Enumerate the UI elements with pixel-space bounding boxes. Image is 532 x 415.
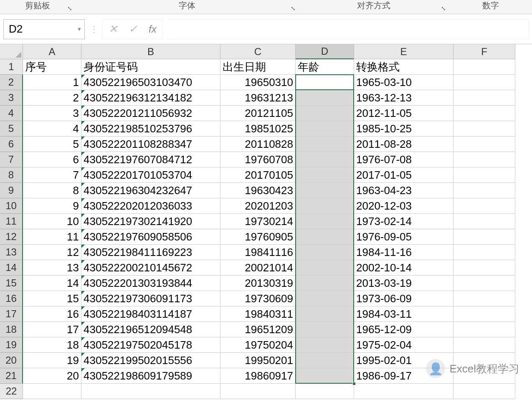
column-header-B[interactable]: B: [81, 44, 220, 59]
select-all-corner[interactable]: [0, 44, 23, 59]
cell-A4[interactable]: 3: [23, 106, 81, 121]
cell-C1[interactable]: 出生日期: [220, 59, 296, 75]
cell-F7[interactable]: [453, 152, 515, 167]
cell-D10[interactable]: [296, 198, 354, 214]
cell-C9[interactable]: 19630423: [220, 183, 296, 198]
cell-A21[interactable]: 20: [23, 368, 81, 384]
cell-row22-2[interactable]: [220, 384, 296, 399]
cell-E5[interactable]: 1985-10-25: [354, 121, 453, 137]
cell-C7[interactable]: 19760708: [220, 152, 296, 167]
cell-A3[interactable]: 2: [23, 90, 81, 106]
cell-A2[interactable]: 1: [23, 75, 81, 90]
cell-B18[interactable]: 430522196512094548: [81, 322, 220, 337]
cell-B8[interactable]: 430522201701053704: [81, 167, 220, 183]
cell-D14[interactable]: [296, 260, 354, 276]
name-box-dropdown-icon[interactable]: ▼: [77, 26, 82, 32]
cell-B9[interactable]: 430522196304232647: [81, 183, 220, 198]
cell-F6[interactable]: [453, 137, 515, 152]
row-header-8[interactable]: 8: [0, 167, 23, 183]
column-header-F[interactable]: F: [453, 44, 515, 59]
cell-B1[interactable]: 身份证号码: [81, 59, 220, 75]
cell-F8[interactable]: [453, 167, 515, 183]
row-header-17[interactable]: 17: [0, 306, 23, 322]
cell-F16[interactable]: [453, 291, 515, 306]
cell-A17[interactable]: 16: [23, 306, 81, 322]
cell-B10[interactable]: 430522202012036033: [81, 198, 220, 214]
cell-B12[interactable]: 430522197609058506: [81, 229, 220, 245]
cell-D21[interactable]: [296, 368, 354, 384]
cell-C20[interactable]: 19950201: [220, 353, 296, 368]
cell-C6[interactable]: 20110828: [220, 137, 296, 152]
column-header-A[interactable]: A: [23, 44, 81, 59]
cell-B13[interactable]: 430522198411169223: [81, 245, 220, 260]
cell-B15[interactable]: 430522201303193844: [81, 276, 220, 291]
row-header-3[interactable]: 3: [0, 90, 23, 106]
row-header-13[interactable]: 13: [0, 245, 23, 260]
cell-E16[interactable]: 1973-06-09: [354, 291, 453, 306]
formula-input[interactable]: [168, 19, 529, 39]
cell-B4[interactable]: 430522201211056932: [81, 106, 220, 121]
cell-F10[interactable]: [453, 198, 515, 214]
row-header-14[interactable]: 14: [0, 260, 23, 276]
cell-F20[interactable]: [453, 353, 515, 368]
cell-D1[interactable]: 年龄: [296, 59, 354, 75]
cell-D2[interactable]: [296, 75, 354, 90]
cell-row22-1[interactable]: [81, 384, 220, 399]
cell-B21[interactable]: 430522198609179589: [81, 368, 220, 384]
cell-C17[interactable]: 19840311: [220, 306, 296, 322]
cancel-formula-icon[interactable]: ✕: [109, 23, 118, 35]
insert-function-icon[interactable]: fx: [149, 23, 157, 35]
cell-A11[interactable]: 10: [23, 214, 81, 229]
cell-F12[interactable]: [453, 229, 515, 245]
cell-D15[interactable]: [296, 276, 354, 291]
cell-A20[interactable]: 19: [23, 353, 81, 368]
cell-B16[interactable]: 430522197306091173: [81, 291, 220, 306]
row-header-5[interactable]: 5: [0, 121, 23, 137]
cell-row22-5[interactable]: [453, 384, 515, 399]
cell-F1[interactable]: [453, 59, 515, 75]
cell-E12[interactable]: 1976-09-05: [354, 229, 453, 245]
cell-E20[interactable]: 1995-02-01: [354, 353, 453, 368]
cell-C8[interactable]: 20170105: [220, 167, 296, 183]
cell-C21[interactable]: 19860917: [220, 368, 296, 384]
cell-F18[interactable]: [453, 322, 515, 337]
cell-B19[interactable]: 430522197502045178: [81, 337, 220, 353]
cell-B5[interactable]: 430522198510253796: [81, 121, 220, 137]
cell-B6[interactable]: 430522201108288347: [81, 137, 220, 152]
cell-F9[interactable]: [453, 183, 515, 198]
cell-D8[interactable]: [296, 167, 354, 183]
cell-E9[interactable]: 1963-04-23: [354, 183, 453, 198]
cell-F13[interactable]: [453, 245, 515, 260]
cell-D18[interactable]: [296, 322, 354, 337]
row-header-4[interactable]: 4: [0, 106, 23, 121]
cell-B14[interactable]: 430522200210145672: [81, 260, 220, 276]
cell-F14[interactable]: [453, 260, 515, 276]
cell-E8[interactable]: 2017-01-05: [354, 167, 453, 183]
cell-row22-4[interactable]: [354, 384, 453, 399]
cell-D19[interactable]: [296, 337, 354, 353]
row-header-7[interactable]: 7: [0, 152, 23, 167]
cell-F5[interactable]: [453, 121, 515, 137]
cell-A10[interactable]: 9: [23, 198, 81, 214]
cell-A6[interactable]: 5: [23, 137, 81, 152]
row-header-2[interactable]: 2: [0, 75, 23, 90]
cell-E10[interactable]: 2020-12-03: [354, 198, 453, 214]
cell-C3[interactable]: 19631213: [220, 90, 296, 106]
cell-F11[interactable]: [453, 214, 515, 229]
cell-D17[interactable]: [296, 306, 354, 322]
cell-E7[interactable]: 1976-07-08: [354, 152, 453, 167]
cell-C13[interactable]: 19841116: [220, 245, 296, 260]
cell-D13[interactable]: [296, 245, 354, 260]
cell-D20[interactable]: [296, 353, 354, 368]
row-header-10[interactable]: 10: [0, 198, 23, 214]
cell-D6[interactable]: [296, 137, 354, 152]
cell-F3[interactable]: [453, 90, 515, 106]
cell-B11[interactable]: 430522197302141920: [81, 214, 220, 229]
cell-D9[interactable]: [296, 183, 354, 198]
cell-F2[interactable]: [453, 75, 515, 90]
row-header-12[interactable]: 12: [0, 229, 23, 245]
cell-A19[interactable]: 18: [23, 337, 81, 353]
cell-C16[interactable]: 19730609: [220, 291, 296, 306]
cell-E14[interactable]: 2002-10-14: [354, 260, 453, 276]
cell-E21[interactable]: 1986-09-17: [354, 368, 453, 384]
